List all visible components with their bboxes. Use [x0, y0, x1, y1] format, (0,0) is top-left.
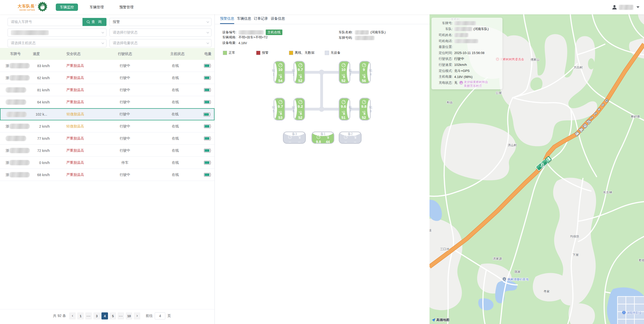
plate-blurred: [9, 75, 30, 80]
host-status-select[interactable]: 请选择主机状态: [8, 39, 106, 47]
safety-cell: 严重胎温高: [64, 88, 110, 92]
chevron-down-icon: [101, 32, 104, 34]
wheel[interactable]: 10 54 轮1: [274, 61, 285, 84]
map-place-label: 长古林: [603, 190, 612, 195]
search-button[interactable]: 查 询: [83, 18, 106, 26]
table-row[interactable]: 浙 2 km/h 轻微胎温高 行驶中 在线: [0, 120, 214, 132]
tire-temperature: 54: [278, 79, 283, 83]
speed-unit: km/h: [41, 76, 50, 80]
wheel-readings: 9.6 51: [339, 98, 348, 121]
plate-cell: [0, 99, 33, 105]
table-row[interactable]: 浙 0 km/h 严重胎温高 停车 在线: [0, 157, 214, 169]
host-cell: 在线: [140, 112, 191, 117]
speed-cell: 81 km/h: [33, 88, 64, 92]
info-card-row: 行驶状态: 行驶中: [432, 56, 502, 62]
battery-status-select[interactable]: 请选择电量状态: [110, 39, 211, 47]
speed-cell: 0 km/h: [33, 161, 64, 165]
wheel-readings: 9.7 53: [276, 98, 285, 121]
table-row[interactable]: 102 k... 轻微胎温高 行驶中 在线: [0, 108, 214, 120]
wheel[interactable]: 9.8 52 轮8: [359, 98, 371, 121]
table-row[interactable]: 浙 83 km/h 严重胎温高 行驶中 在线: [0, 60, 214, 72]
spare-tire[interactable]: 备2 -- --: [339, 131, 362, 144]
wheel-label: 轮4: [369, 69, 373, 76]
col-speed: 速度: [33, 52, 64, 56]
host-cell: 在线: [140, 160, 191, 165]
plate-blurred: [6, 99, 26, 105]
info-card-row: 行驶速度: 102km/h: [432, 62, 502, 68]
tire-temperature: 53: [278, 116, 283, 119]
table-row[interactable]: 64 km/h 严重胎温高 行驶中 在线: [0, 96, 214, 108]
speed-cell: 64 km/h: [33, 100, 64, 104]
driving-cell: 行驶中: [110, 124, 140, 129]
alarm-filter-select[interactable]: 报警: [110, 18, 211, 26]
goto-page-input[interactable]: 4: [155, 312, 165, 319]
thermometer-icon: [341, 111, 346, 115]
table-row[interactable]: 浙 62 km/h 严重胎温高 行驶中 在线: [0, 72, 214, 84]
map-place-label: 寻家: [544, 289, 550, 294]
info-card-label: 司机姓名:: [432, 33, 453, 37]
plate-blurred: [6, 87, 26, 93]
wheel[interactable]: 9.7 53 轮5: [274, 98, 285, 121]
logo-title: 大车队長™: [18, 3, 37, 9]
battery-icon: [204, 173, 211, 177]
table-row[interactable]: 浙 68 km/h 严重胎温高 行驶中 在线: [0, 169, 214, 181]
plate-search-input[interactable]: 请输入车牌号: [8, 18, 83, 26]
safety-cell: 严重胎温高: [64, 173, 110, 177]
page-button[interactable]: ···: [118, 312, 124, 319]
spare-temperature: --: [351, 140, 359, 144]
plate-cell: [1, 112, 33, 117]
axle-joint: [319, 70, 324, 75]
wheel-readings: 9.2 52: [296, 98, 305, 121]
table-row[interactable]: 77 km/h 严重胎温高 行驶中 在线: [0, 132, 214, 145]
plate-blurred: [9, 124, 30, 129]
plate-blurred: [9, 172, 30, 177]
fleet-filter-select[interactable]: [8, 29, 106, 37]
spare-pressure-group: --: [286, 135, 294, 144]
user-menu[interactable]: [612, 0, 639, 14]
page-button[interactable]: ‹: [69, 312, 76, 319]
speed-unit: km/h: [41, 173, 50, 177]
table-row[interactable]: 81 km/h 严重胎温高 行驶中 在线: [0, 84, 214, 96]
nav-tab[interactable]: 车辆管理: [86, 4, 108, 11]
map-panel[interactable]: 黄桥村黄桥村村民委员会傅家山大白村公屋和合寒砂塘洪山村龙伏镇黄桥村和合美丽宜居村…: [430, 14, 644, 324]
vehicle-detail-panel: 预警信息车辆信息订单记录设备信息 设备编号: 主机在线 车队名称: (河南车队)…: [215, 14, 430, 324]
driving-cell: 行驶中: [110, 100, 140, 104]
speed-cell: 102 k...: [33, 112, 64, 116]
nav-tab[interactable]: 车辆监控: [56, 4, 78, 11]
page-button[interactable]: 10: [126, 312, 132, 319]
page-button[interactable]: 4: [101, 312, 108, 319]
speed-value: 102: [33, 112, 41, 116]
plate-blurred: [9, 63, 30, 68]
nav-tab[interactable]: 预警管理: [115, 4, 138, 11]
table-row[interactable]: 浙 72 km/h 严重胎温高 行驶中 在线: [0, 145, 214, 157]
wheel-readings: 10 54: [276, 61, 285, 84]
plate-cell: 浙: [0, 63, 33, 68]
wheel-label: 轮3: [348, 69, 352, 76]
amap-logo: 高德地图: [432, 318, 449, 322]
page-button[interactable]: 3: [93, 312, 100, 319]
wheel-readings: 9 56: [360, 61, 368, 84]
pressure-gauge-icon: [316, 135, 320, 139]
wheel[interactable]: 9.2 52 轮6: [293, 98, 305, 121]
info-card-label: 车队:: [432, 27, 453, 31]
tire-temperature: 52: [362, 116, 366, 119]
wheel[interactable]: 10 52 轮3: [339, 61, 350, 84]
wheel[interactable]: 9.7 52 轮2: [293, 61, 305, 84]
page-button[interactable]: 1: [77, 312, 84, 319]
page-button[interactable]: ›: [134, 312, 140, 319]
info-card-value: (河南车队): [454, 27, 489, 31]
spare-tire[interactable]: 备1 9.8 44: [311, 131, 334, 144]
thermometer-icon: [298, 111, 303, 115]
tire-pressure: 9.2: [298, 104, 303, 108]
page-button[interactable]: 5: [110, 312, 116, 319]
driving-status-select[interactable]: 请选择行驶状态: [110, 29, 211, 37]
wheel[interactable]: 9 56 轮4: [359, 61, 371, 84]
pressure-gauge-icon: [362, 63, 366, 67]
page-button[interactable]: ···: [85, 312, 92, 319]
info-card-value: [454, 39, 479, 43]
spare-tire[interactable]: 备3 -- --: [283, 131, 306, 144]
col-plate: 车牌号: [0, 52, 33, 56]
wheel[interactable]: 9.6 51 轮7: [339, 98, 350, 121]
driving-cell: 行驶中: [110, 112, 140, 117]
plate-cell: 浙: [0, 124, 33, 129]
